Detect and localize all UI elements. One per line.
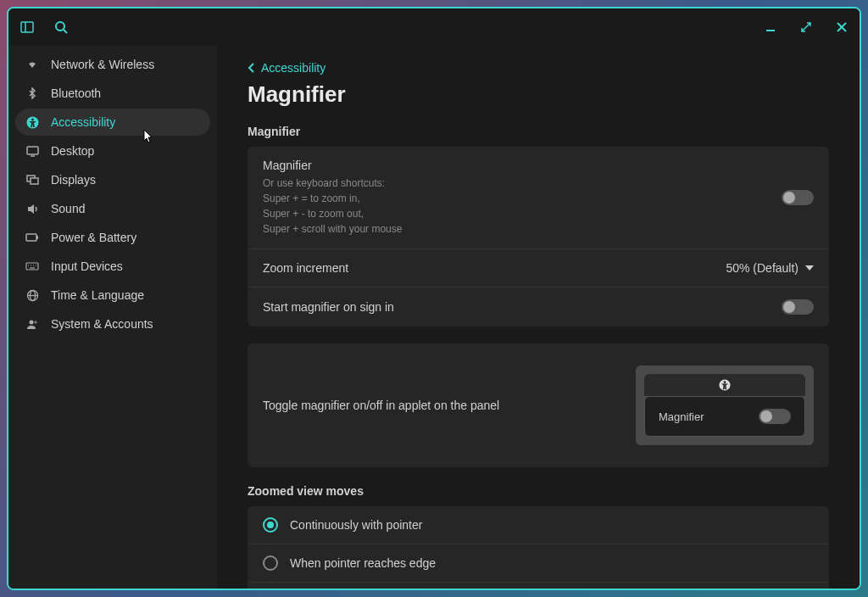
wifi-icon <box>25 58 39 71</box>
sidebar-item-network[interactable]: Network & Wireless <box>15 51 210 78</box>
row-magnifier-hints: Or use keyboard shortcuts: Super + = to … <box>263 176 402 237</box>
row-magnifier-toggle: Magnifier Or use keyboard shortcuts: Sup… <box>248 147 829 249</box>
card-magnifier: Magnifier Or use keyboard shortcuts: Sup… <box>248 147 829 326</box>
page-title: Magnifier <box>248 81 829 108</box>
applet-body: Magnifier <box>644 396 805 437</box>
close-button[interactable] <box>834 20 849 35</box>
sidebar-item-sound[interactable]: Sound <box>15 195 210 222</box>
main-panel: Accessibility Magnifier Magnifier Magnif… <box>217 46 860 589</box>
magnifier-toggle[interactable] <box>782 190 814 205</box>
applet-header <box>644 374 805 396</box>
battery-icon <box>25 231 39 244</box>
svg-point-8 <box>31 118 34 120</box>
sidebar-item-label: Bluetooth <box>51 86 101 100</box>
applet-preview: Magnifier <box>636 365 814 445</box>
start-signin-label: Start magnifier on sign in <box>263 300 394 314</box>
sidebar-item-input[interactable]: Input Devices <box>15 253 210 280</box>
svg-rect-12 <box>31 178 38 184</box>
users-icon <box>25 317 39 331</box>
svg-point-27 <box>724 381 726 383</box>
svg-rect-0 <box>21 22 33 32</box>
sidebar-item-label: Displays <box>51 173 96 187</box>
sidebar-item-displays[interactable]: Displays <box>15 166 210 193</box>
row-start-signin: Start magnifier on sign in <box>248 287 829 326</box>
desktop-icon <box>25 144 39 158</box>
sidebar-item-label: Accessibility <box>51 115 115 129</box>
radio-icon <box>263 517 278 533</box>
maximize-button[interactable] <box>798 20 814 35</box>
settings-window: Network & Wireless Bluetooth Accessibili… <box>7 7 861 590</box>
svg-rect-13 <box>26 234 36 241</box>
sidebar-item-label: Desktop <box>51 144 94 158</box>
sidebar-item-label: System & Accounts <box>51 317 153 331</box>
sound-icon <box>25 202 39 215</box>
row-magnifier-label: Magnifier <box>263 159 402 172</box>
sidebar-item-power[interactable]: Power & Battery <box>15 224 210 251</box>
minimize-button[interactable] <box>763 20 778 35</box>
sidebar-item-label: Time & Language <box>51 288 144 302</box>
chevron-down-icon <box>805 265 814 271</box>
sidebar: Network & Wireless Bluetooth Accessibili… <box>8 46 217 589</box>
sidebar-item-desktop[interactable]: Desktop <box>15 137 210 165</box>
sidebar-item-label: Sound <box>51 202 85 215</box>
svg-point-2 <box>56 22 64 31</box>
applet-toggle[interactable] <box>759 409 791 424</box>
svg-point-24 <box>29 320 33 324</box>
accessibility-icon <box>25 115 39 129</box>
svg-line-3 <box>64 30 67 33</box>
radio-centered[interactable]: To keep pointer centered <box>248 583 829 589</box>
section-title-zoomed: Zoomed view moves <box>248 484 829 498</box>
row-zoom-increment[interactable]: Zoom increment 50% (Default) <box>248 249 829 287</box>
breadcrumb-parent: Accessibility <box>261 61 326 75</box>
card-zoomed-view: Continuously with pointer When pointer r… <box>248 506 829 589</box>
svg-point-25 <box>34 321 37 324</box>
sidebar-item-time[interactable]: Time & Language <box>15 282 210 309</box>
titlebar <box>8 8 860 46</box>
sidebar-item-label: Network & Wireless <box>51 58 154 71</box>
start-signin-toggle[interactable] <box>782 299 814 315</box>
accessibility-icon <box>719 379 731 391</box>
search-icon[interactable] <box>53 19 70 36</box>
card-applet: Toggle magnifier on/off in applet on the… <box>248 343 829 467</box>
applet-description: Toggle magnifier on/off in applet on the… <box>263 399 499 412</box>
displays-icon <box>25 173 39 187</box>
svg-rect-9 <box>27 147 38 154</box>
chevron-left-icon <box>248 62 256 74</box>
zoom-increment-label: Zoom increment <box>263 261 348 275</box>
bluetooth-icon <box>25 86 39 100</box>
sidebar-item-bluetooth[interactable]: Bluetooth <box>15 80 210 107</box>
radio-edge[interactable]: When pointer reaches edge <box>248 544 829 583</box>
zoom-increment-dropdown[interactable]: 50% (Default) <box>726 261 814 275</box>
breadcrumb[interactable]: Accessibility <box>248 61 829 75</box>
svg-rect-15 <box>26 263 38 270</box>
radio-continuous[interactable]: Continuously with pointer <box>248 506 829 544</box>
section-title-magnifier: Magnifier <box>248 125 829 138</box>
globe-icon <box>25 288 39 302</box>
sidebar-item-label: Power & Battery <box>51 231 136 244</box>
radio-icon <box>263 555 278 571</box>
sidebar-item-system[interactable]: System & Accounts <box>15 310 210 338</box>
applet-body-label: Magnifier <box>659 410 704 423</box>
keyboard-icon <box>25 259 39 273</box>
sidebar-item-accessibility[interactable]: Accessibility <box>15 109 210 136</box>
panel-toggle-icon[interactable] <box>19 19 36 36</box>
sidebar-item-label: Input Devices <box>51 259 123 273</box>
